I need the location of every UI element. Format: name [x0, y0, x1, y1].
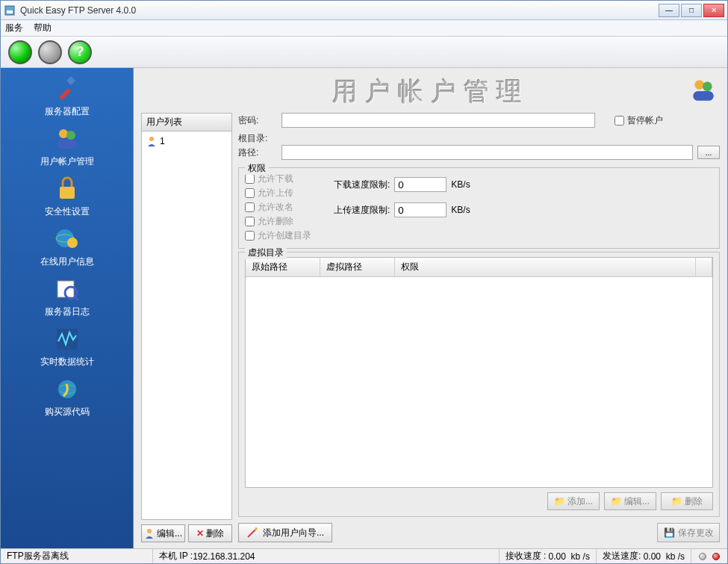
virtual-dir-fieldset: 虚拟目录 原始路径 虚拟路径 权限 📁添加... 📁编辑... [238, 252, 720, 517]
permissions-fieldset: 权限 允许下载 允许上传 允许改名 允许删除 允许创建目录 [238, 167, 720, 249]
led-stop-icon [712, 553, 720, 560]
browse-path-button[interactable]: ... [697, 146, 720, 159]
log-icon [54, 276, 81, 303]
person-icon [144, 528, 155, 539]
svg-line-11 [75, 297, 78, 300]
dl-speed-input[interactable] [394, 177, 447, 192]
vdir-table[interactable]: 原始路径 虚拟路径 权限 [245, 257, 713, 488]
sidebar-item-label: 服务器配置 [45, 105, 90, 118]
button-label: 添加用户向导... [263, 527, 324, 539]
path-input[interactable] [281, 145, 693, 160]
users-icon [54, 125, 81, 152]
button-label: 删除 [206, 527, 224, 540]
permissions-legend: 权限 [245, 162, 269, 175]
user-form: 密码: 暂停帐户 根目录: 路径: ... [238, 113, 720, 542]
menu-service[interactable]: 服务 [5, 22, 23, 34]
user-name: 1 [160, 136, 165, 146]
close-button[interactable]: ✕ [703, 4, 724, 17]
speed-unit: KB/s [451, 205, 470, 215]
svg-point-19 [255, 527, 258, 530]
maximize-button[interactable]: □ [681, 4, 702, 17]
vdir-table-header: 原始路径 虚拟路径 权限 [246, 258, 712, 277]
button-label: 编辑... [157, 527, 182, 540]
menu-help[interactable]: 帮助 [34, 22, 52, 34]
perm-delete[interactable]: 允许删除 [245, 215, 311, 228]
svg-point-3 [66, 131, 75, 140]
path-label: 路径: [238, 146, 277, 159]
rootdir-label: 根目录: [238, 132, 277, 145]
menu-bar: 服务 帮助 [1, 20, 727, 37]
sidebar-item-label: 用户帐户管理 [40, 155, 94, 168]
sidebar: 服务器配置 用户帐户管理 安全性设置 在线用户信息 服务器日志 实时数据统计 [1, 68, 134, 548]
content-panel: 用户帐户管理 用户列表 1 编辑.. [134, 68, 727, 548]
svg-point-8 [67, 238, 78, 248]
sidebar-item-server-log[interactable]: 服务器日志 [45, 276, 90, 318]
sidebar-item-server-config[interactable]: 服务器配置 [45, 75, 90, 118]
status-bar: FTP服务器离线 本机 IP :192.168.31.204 接收速度 : 0.… [1, 548, 727, 563]
wrench-icon [54, 75, 81, 102]
perm-mkdir[interactable]: 允许创建目录 [245, 229, 311, 242]
globe-users-icon [54, 226, 81, 252]
sidebar-item-security[interactable]: 安全性设置 [45, 176, 90, 218]
delete-user-button[interactable]: ✕ 删除 [188, 524, 232, 542]
svg-point-14 [694, 80, 704, 90]
save-changes-button[interactable]: 💾 保存更改 [657, 523, 720, 542]
user-list-header: 用户列表 [141, 113, 232, 131]
toolbar: ? [1, 37, 727, 68]
add-user-wizard-button[interactable]: 添加用户向导... [238, 523, 332, 542]
help-button[interactable]: ? [68, 40, 92, 64]
dl-speed-label: 下载速度限制: [334, 179, 390, 191]
svg-rect-4 [57, 140, 77, 149]
start-server-button[interactable] [8, 40, 32, 64]
user-list[interactable]: 1 [141, 131, 232, 520]
svg-point-17 [149, 137, 154, 141]
button-label: 保存更改 [678, 527, 714, 539]
speed-unit: KB/s [451, 179, 470, 190]
main-area: 服务器配置 用户帐户管理 安全性设置 在线用户信息 服务器日志 实时数据统计 [1, 68, 727, 548]
folder-icon: 📁 [611, 496, 622, 506]
sidebar-item-buy-source[interactable]: 购买源代码 [45, 376, 90, 418]
stop-server-button[interactable] [38, 40, 62, 64]
sidebar-item-label: 购买源代码 [45, 406, 90, 418]
sidebar-item-label: 在线用户信息 [40, 255, 94, 268]
suspend-account-checkbox[interactable]: 暂停帐户 [615, 114, 663, 127]
minimize-button[interactable]: — [659, 4, 679, 17]
svg-point-18 [147, 529, 152, 533]
status-rx: 接收速度 : 0.00 kb /s [500, 549, 597, 563]
vdir-edit-button[interactable]: 📁编辑... [604, 492, 656, 510]
vdir-add-button[interactable]: 📁添加... [547, 492, 600, 510]
svg-rect-16 [693, 91, 714, 101]
sidebar-item-realtime-stats[interactable]: 实时数据统计 [40, 326, 94, 368]
sidebar-item-online-users[interactable]: 在线用户信息 [40, 226, 94, 268]
suspend-checkbox-input[interactable] [615, 116, 624, 125]
perm-rename[interactable]: 允许改名 [245, 201, 311, 214]
password-input[interactable] [281, 113, 595, 128]
globe-icon [54, 376, 81, 403]
users-icon [690, 77, 717, 106]
checkbox-label: 暂停帐户 [627, 114, 663, 127]
edit-user-button[interactable]: 编辑... [141, 524, 185, 542]
vdir-col-virt[interactable]: 虚拟路径 [320, 258, 395, 276]
sidebar-item-label: 实时数据统计 [40, 356, 94, 368]
vdir-delete-button[interactable]: 📁删除 [661, 492, 713, 510]
user-list-item[interactable]: 1 [145, 134, 228, 148]
vdir-col-spacer [696, 258, 712, 276]
page-header: 用户帐户管理 [141, 74, 720, 110]
delete-icon: ✕ [196, 528, 204, 539]
status-tx: 发送速度: 0.00 kb /s [597, 549, 691, 563]
folder-icon: 📁 [671, 496, 682, 506]
perm-upload[interactable]: 允许上传 [245, 187, 311, 199]
svg-point-15 [703, 81, 712, 91]
svg-point-2 [59, 129, 68, 138]
title-bar: Quick Easy FTP Server 4.0.0 — □ ✕ [1, 1, 727, 20]
sidebar-item-user-accounts[interactable]: 用户帐户管理 [40, 125, 94, 168]
person-icon [146, 136, 157, 146]
password-label: 密码: [238, 114, 277, 127]
status-ip: 本机 IP :192.168.31.204 [153, 549, 500, 563]
svg-rect-1 [7, 10, 13, 13]
vdir-col-perm[interactable]: 权限 [395, 258, 696, 276]
ul-speed-input[interactable] [394, 202, 447, 217]
page-title: 用户帐户管理 [332, 75, 529, 109]
vdir-col-orig[interactable]: 原始路径 [246, 258, 320, 276]
led-idle-icon [699, 553, 706, 560]
